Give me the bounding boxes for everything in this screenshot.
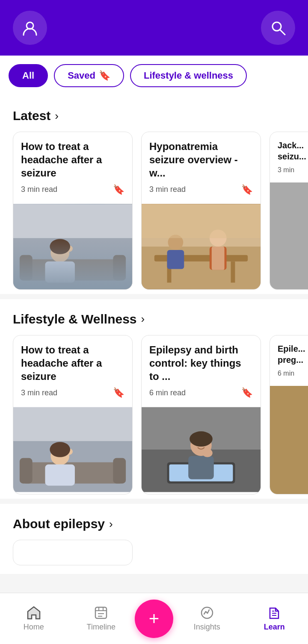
bookmark-icon[interactable]: 🔖: [113, 184, 124, 195]
card-image: [13, 204, 132, 289]
svg-rect-6: [20, 255, 33, 280]
read-time: 6 min read: [149, 388, 186, 397]
card-meta: 6 min: [278, 370, 304, 377]
svg-rect-29: [45, 465, 74, 486]
card-title: How to treat a headache after a seizure: [21, 140, 124, 180]
svg-rect-16: [231, 261, 235, 282]
latest-card-2[interactable]: Hyponatremia seizure overview - w... 3 m…: [141, 132, 261, 290]
lifestyle-header[interactable]: Lifestyle & Wellness ›: [0, 312, 308, 335]
lifestyle-section: Lifestyle & Wellness › How to treat a he…: [0, 299, 308, 499]
add-icon: +: [149, 610, 160, 628]
latest-title: Latest: [13, 109, 50, 123]
lifestyle-card-3[interactable]: Epile... preg... 6 min: [270, 335, 308, 495]
filter-saved[interactable]: Saved 🔖: [54, 64, 124, 87]
card-meta: 6 min read 🔖: [149, 387, 253, 398]
svg-rect-40: [95, 607, 107, 618]
bookmark-icon[interactable]: 🔖: [241, 387, 253, 398]
header: [0, 0, 308, 56]
latest-header[interactable]: Latest ›: [0, 109, 308, 132]
latest-card-1[interactable]: How to treat a headache after a seizure …: [13, 132, 133, 290]
svg-point-38: [190, 431, 213, 447]
card-meta: 3 min: [278, 166, 304, 174]
svg-line-2: [280, 30, 285, 35]
nav-insights-label: Insights: [194, 623, 220, 632]
filter-bar: All Saved 🔖 Lifestyle & wellness: [0, 56, 308, 96]
nav-home-label: Home: [24, 623, 44, 632]
lifestyle-title: Lifestyle & Wellness: [13, 312, 137, 326]
latest-section: Latest › How to treat a headache after a…: [0, 96, 308, 294]
nav-home[interactable]: Home: [0, 606, 68, 632]
card-image: [142, 407, 261, 494]
about-title: About epilepsy: [13, 517, 105, 531]
bookmark-icon: 🔖: [99, 70, 110, 81]
profile-button[interactable]: [13, 11, 47, 45]
svg-rect-21: [167, 250, 184, 269]
read-time: 6 min: [278, 370, 294, 377]
svg-point-10: [64, 245, 73, 252]
about-partial-card[interactable]: [13, 540, 133, 565]
svg-point-39: [202, 449, 213, 457]
latest-card-3[interactable]: Jack... seizu... 3 min: [270, 132, 308, 290]
svg-rect-19: [212, 247, 225, 270]
card-meta: 3 min read 🔖: [21, 387, 124, 398]
search-button[interactable]: [261, 11, 295, 45]
about-arrow: ›: [109, 518, 113, 531]
svg-rect-4: [13, 238, 132, 289]
read-time: 3 min read: [21, 388, 57, 397]
about-header[interactable]: About epilepsy ›: [0, 517, 308, 540]
svg-rect-5: [22, 259, 124, 280]
card-image: [270, 386, 308, 494]
nav-learn-label: Learn: [264, 623, 285, 632]
svg-rect-3: [13, 204, 132, 289]
svg-rect-22: [142, 204, 261, 238]
latest-cards-row: How to treat a headache after a seizure …: [0, 132, 308, 290]
svg-rect-37: [188, 456, 214, 479]
bookmark-icon[interactable]: 🔖: [113, 387, 124, 398]
latest-arrow: ›: [55, 109, 59, 123]
svg-rect-26: [20, 458, 33, 484]
svg-rect-27: [113, 458, 126, 484]
card-image: [13, 407, 132, 494]
nav-insights[interactable]: Insights: [173, 606, 241, 632]
nav-timeline[interactable]: Timeline: [68, 606, 135, 632]
card-title: Epile... preg...: [278, 343, 304, 365]
card-title: Epilepsy and birth control: key things t…: [149, 343, 253, 383]
read-time: 3 min read: [149, 185, 186, 194]
read-time: 3 min: [278, 166, 294, 174]
read-time: 3 min read: [21, 185, 57, 194]
lifestyle-cards-row: How to treat a headache after a seizure …: [0, 335, 308, 495]
filter-all[interactable]: All: [9, 64, 48, 87]
lifestyle-card-1[interactable]: How to treat a headache after a seizure …: [13, 335, 133, 495]
svg-point-8: [50, 244, 69, 262]
card-image: [142, 204, 261, 289]
svg-point-31: [50, 442, 70, 457]
svg-point-11: [50, 239, 70, 254]
lifestyle-card-2[interactable]: Epilepsy and birth control: key things t…: [141, 335, 261, 495]
svg-rect-9: [45, 261, 74, 282]
card-title: How to treat a headache after a seizure: [21, 343, 124, 383]
nav-timeline-label: Timeline: [87, 623, 116, 632]
filter-lifestyle[interactable]: Lifestyle & wellness: [130, 64, 247, 87]
nav-add-button[interactable]: +: [135, 600, 173, 638]
bookmark-icon[interactable]: 🔖: [241, 184, 253, 195]
svg-rect-13: [142, 247, 261, 289]
bottom-nav: Home Timeline + Insights Learn: [0, 593, 308, 644]
card-image: [270, 182, 308, 289]
lifestyle-arrow: ›: [141, 312, 145, 326]
svg-rect-7: [113, 255, 126, 280]
card-meta: 3 min read 🔖: [21, 184, 124, 195]
card-title: Jack... seizu...: [278, 140, 304, 162]
card-title: Hyponatremia seizure overview - w...: [149, 140, 253, 180]
about-section: About epilepsy ›: [0, 504, 308, 574]
nav-learn[interactable]: Learn: [241, 606, 308, 632]
card-meta: 3 min read 🔖: [149, 184, 253, 195]
